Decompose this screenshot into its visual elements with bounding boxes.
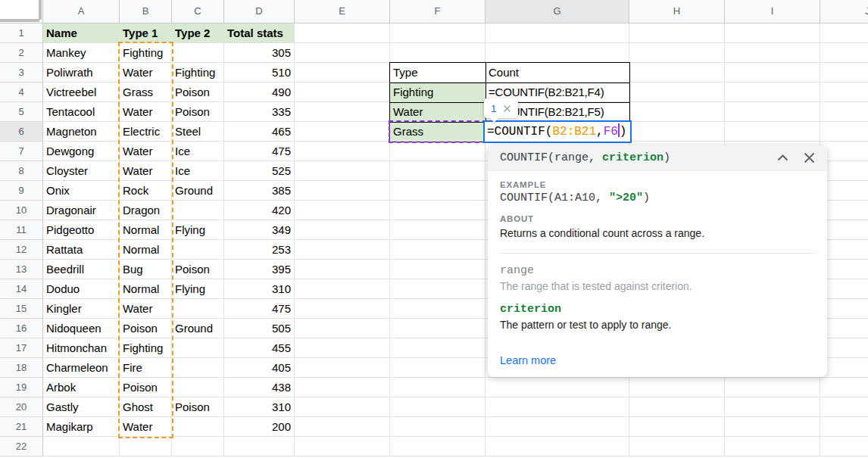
cell-E1[interactable] [295,23,390,43]
cell-D7[interactable]: 475 [224,142,295,161]
cell-F17[interactable] [390,338,486,358]
cell-C17[interactable] [172,338,224,358]
cell-A3[interactable]: Poliwrath [43,63,120,83]
cell-F22[interactable] [390,437,486,456]
cell-D17[interactable]: 455 [224,338,295,358]
cell-B2[interactable]: Fighting [120,43,172,63]
cell-E8[interactable] [295,161,390,181]
cell-I2[interactable] [725,43,820,63]
cell-J12[interactable] [820,240,868,260]
cell-H5[interactable] [629,102,725,122]
cell-D13[interactable]: 395 [224,260,295,279]
cell-F21[interactable] [390,417,486,437]
row-header-7[interactable]: 7 [0,142,43,161]
cell-A11[interactable]: Pidgeotto [43,220,120,240]
row-header-14[interactable]: 14 [0,279,43,299]
cell-F1[interactable] [390,23,486,43]
cell-G2[interactable] [486,43,629,63]
cell-D11[interactable]: 349 [224,220,295,240]
cell-D16[interactable]: 505 [224,319,295,338]
cell-F15[interactable] [390,299,486,319]
cell-J7[interactable] [820,142,868,161]
cell-G22[interactable] [486,437,629,456]
cell-I19[interactable] [725,378,820,397]
row-header-8[interactable]: 8 [0,161,43,181]
cell-E2[interactable] [295,43,390,63]
cell-D2[interactable]: 305 [224,43,295,63]
cell-D18[interactable]: 405 [224,358,295,378]
cell-I5[interactable] [725,102,820,122]
column-header-H[interactable]: H [629,0,725,23]
cell-F7[interactable] [390,142,486,161]
cell-A12[interactable]: Rattata [43,240,120,260]
cell-J5[interactable] [820,102,868,122]
row-header-17[interactable]: 17 [0,338,43,358]
cell-B16[interactable]: Poison [120,319,172,338]
cell-F11[interactable] [390,220,486,240]
column-header-D[interactable]: D [224,0,295,23]
cell-J1[interactable] [820,23,868,43]
column-header-C[interactable]: C [172,0,224,23]
row-header-20[interactable]: 20 [0,397,43,417]
cell-E19[interactable] [295,378,390,397]
row-header-1[interactable]: 1 [0,23,43,43]
cell-B7[interactable]: Water [120,142,172,161]
cell-F9[interactable] [390,181,486,201]
row-header-4[interactable]: 4 [0,83,43,102]
cell-E20[interactable] [295,397,390,417]
cell-H6[interactable] [629,122,725,142]
cell-B14[interactable]: Normal [120,279,172,299]
cell-B20[interactable]: Ghost [120,397,172,417]
cell-B9[interactable]: Rock [120,181,172,201]
cell-A22[interactable] [43,437,120,456]
cell-C14[interactable]: Flying [172,279,224,299]
cell-E12[interactable] [295,240,390,260]
cell-I4[interactable] [725,83,820,102]
cell-A18[interactable]: Charmeleon [43,358,120,378]
cell-A1[interactable]: Name [43,23,120,43]
column-header-A[interactable]: A [43,0,120,23]
cell-C10[interactable] [172,201,224,220]
cell-A8[interactable]: Cloyster [43,161,120,181]
cell-E5[interactable] [295,102,390,122]
cell-J13[interactable] [820,260,868,279]
cell-C5[interactable]: Poison [172,102,224,122]
cell-A14[interactable]: Doduo [43,279,120,299]
cell-H4[interactable] [629,83,725,102]
cell-E16[interactable] [295,319,390,338]
cell-A16[interactable]: Nidoqueen [43,319,120,338]
row-header-18[interactable]: 18 [0,358,43,378]
cell-A6[interactable]: Magneton [43,122,120,142]
cell-F13[interactable] [390,260,486,279]
column-header-E[interactable]: E [295,0,390,23]
cell-J2[interactable] [820,43,868,63]
row-header-11[interactable]: 11 [0,220,43,240]
cell-B13[interactable]: Bug [120,260,172,279]
cell-G20[interactable] [486,397,629,417]
cell-D14[interactable]: 310 [224,279,295,299]
cell-D9[interactable]: 385 [224,181,295,201]
cell-C13[interactable]: Poison [172,260,224,279]
column-header-F[interactable]: F [390,0,486,23]
cell-E10[interactable] [295,201,390,220]
cell-D10[interactable]: 420 [224,201,295,220]
cell-C18[interactable] [172,358,224,378]
cell-B19[interactable]: Poison [120,378,172,397]
row-header-9[interactable]: 9 [0,181,43,201]
cell-E3[interactable] [295,63,390,83]
cell-A13[interactable]: Beedrill [43,260,120,279]
cell-C3[interactable]: Fighting [172,63,224,83]
cell-G21[interactable] [486,417,629,437]
row-header-10[interactable]: 10 [0,201,43,220]
cell-I6[interactable] [725,122,820,142]
cell-F19[interactable] [390,378,486,397]
cell-D8[interactable]: 525 [224,161,295,181]
cell-B15[interactable]: Water [120,299,172,319]
cell-J14[interactable] [820,279,868,299]
row-header-22[interactable]: 22 [0,437,43,456]
cell-D15[interactable]: 475 [224,299,295,319]
cell-G19[interactable] [486,378,629,397]
popup-close-icon[interactable] [804,152,815,164]
cell-H2[interactable] [629,43,725,63]
row-header-21[interactable]: 21 [0,417,43,437]
